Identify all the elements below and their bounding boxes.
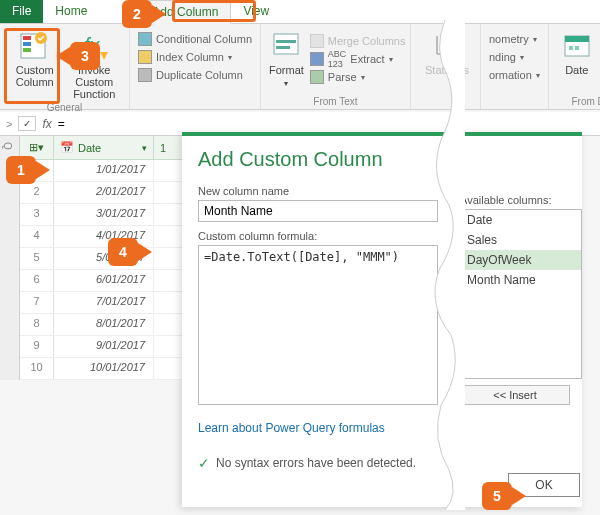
- table-row[interactable]: 88/01/2017: [20, 314, 184, 336]
- parse-button[interactable]: Parse ▾: [310, 68, 406, 86]
- date-cell: 7/01/2017: [54, 292, 154, 313]
- svg-marker-6: [100, 52, 108, 60]
- new-column-name-input[interactable]: [198, 200, 438, 222]
- available-column-item[interactable]: Sales: [461, 230, 581, 250]
- svg-rect-7: [274, 34, 298, 54]
- date-cell: 8/01/2017: [54, 314, 154, 335]
- callout-5: 5: [482, 482, 526, 510]
- svg-rect-16: [575, 46, 579, 50]
- step-check-icon[interactable]: ✓: [18, 116, 36, 131]
- date-cell: 6/01/2017: [54, 270, 154, 291]
- index-column-icon: [138, 50, 152, 64]
- group-fromtext-label: From Text: [269, 94, 402, 107]
- statistics-button[interactable]: Statistics: [419, 28, 475, 76]
- merge-icon: [310, 34, 324, 48]
- parse-icon: [310, 70, 324, 84]
- svg-rect-11: [446, 38, 450, 54]
- date-cell: 1/01/2017: [54, 160, 154, 181]
- row-number: 3: [20, 204, 54, 225]
- status-text: No syntax errors have been detected.: [216, 456, 416, 470]
- available-column-item[interactable]: Month Name: [461, 270, 581, 290]
- information-button[interactable]: ormation ▾: [489, 66, 540, 84]
- svg-rect-2: [23, 42, 31, 46]
- format-button[interactable]: Format▾: [269, 28, 304, 90]
- callout-4: 4: [108, 238, 152, 266]
- tab-home[interactable]: Home: [43, 0, 99, 23]
- row-number: 4: [20, 226, 54, 247]
- rounding-button[interactable]: nding ▾: [489, 48, 540, 66]
- available-column-item[interactable]: Date: [461, 210, 581, 230]
- merge-columns-button[interactable]: Merge Columns: [310, 32, 406, 50]
- callout-3: 3: [56, 42, 100, 70]
- custom-column-button[interactable]: Custom Column: [8, 28, 62, 88]
- ribbon-tabs: File Home Add Column View: [0, 0, 600, 24]
- conditional-column-button[interactable]: Conditional Column: [138, 30, 252, 48]
- index-column-button[interactable]: Index Column ▾: [138, 48, 252, 66]
- add-custom-column-dialog: Add Custom Column New column name Custom…: [182, 132, 582, 507]
- statistics-icon: [431, 30, 463, 62]
- table-row[interactable]: 55/01/2017: [20, 248, 184, 270]
- tab-file[interactable]: File: [0, 0, 43, 23]
- expand-icon[interactable]: >: [6, 118, 12, 130]
- format-icon: [270, 30, 302, 62]
- svg-rect-14: [565, 36, 589, 42]
- duplicate-column-button[interactable]: Duplicate Column: [138, 66, 252, 84]
- check-icon: ✓: [198, 455, 210, 471]
- svg-rect-10: [440, 44, 444, 54]
- date-cell: 3/01/2017: [54, 204, 154, 225]
- insert-button[interactable]: << Insert: [460, 385, 570, 405]
- row-number: 8: [20, 314, 54, 335]
- extract-button[interactable]: ABC123 Extract ▾: [310, 50, 406, 68]
- svg-rect-15: [569, 46, 573, 50]
- formula-textarea[interactable]: =Date.ToText([Date], "MMM"): [198, 245, 438, 405]
- extract-icon: [310, 52, 324, 66]
- row-number: 9: [20, 336, 54, 357]
- conditional-column-icon: [138, 32, 152, 46]
- formula-input[interactable]: [58, 117, 594, 131]
- table-row[interactable]: 1010/01/2017: [20, 358, 184, 380]
- svg-rect-3: [23, 48, 31, 52]
- row-number: 7: [20, 292, 54, 313]
- fx-label: fx: [42, 117, 51, 131]
- table-row[interactable]: 33/01/2017: [20, 204, 184, 226]
- custom-column-label: Custom Column: [16, 64, 54, 88]
- row-number: 2: [20, 182, 54, 203]
- svg-rect-8: [276, 40, 296, 43]
- date-button[interactable]: Date: [557, 28, 597, 76]
- callout-2: 2: [122, 0, 166, 28]
- date-cell: 9/01/2017: [54, 336, 154, 357]
- table-row[interactable]: 66/01/2017: [20, 270, 184, 292]
- custom-column-icon: [19, 30, 51, 62]
- tab-view[interactable]: View: [231, 0, 281, 23]
- table-row[interactable]: 22/01/2017: [20, 182, 184, 204]
- available-columns-list[interactable]: DateSalesDayOfWeekMonth Name: [460, 209, 582, 379]
- col-extra[interactable]: 1: [154, 136, 184, 159]
- dialog-title: Add Custom Column: [198, 148, 566, 171]
- table-row[interactable]: 44/01/2017: [20, 226, 184, 248]
- duplicate-column-icon: [138, 68, 152, 82]
- svg-rect-9: [276, 46, 290, 49]
- svg-rect-12: [452, 48, 456, 54]
- row-number: 5: [20, 248, 54, 269]
- available-column-item[interactable]: DayOfWeek: [461, 250, 581, 270]
- row-number: 6: [20, 270, 54, 291]
- row-number: 10: [20, 358, 54, 379]
- callout-1: 1: [6, 156, 50, 184]
- group-fromdate-label: From Date &: [557, 94, 600, 107]
- date-icon: [561, 30, 593, 62]
- available-columns-label: Available columns:: [460, 194, 582, 206]
- group-general-label: General: [8, 100, 121, 113]
- col-date[interactable]: 📅 Date ▾: [54, 136, 154, 159]
- date-cell: 2/01/2017: [54, 182, 154, 203]
- table-row[interactable]: 77/01/2017: [20, 292, 184, 314]
- svg-rect-1: [23, 36, 31, 40]
- date-cell: 10/01/2017: [54, 358, 154, 379]
- table-row[interactable]: 99/01/2017: [20, 336, 184, 358]
- learn-link[interactable]: Learn about Power Query formulas: [198, 421, 385, 435]
- trig-button[interactable]: nometry ▾: [489, 30, 540, 48]
